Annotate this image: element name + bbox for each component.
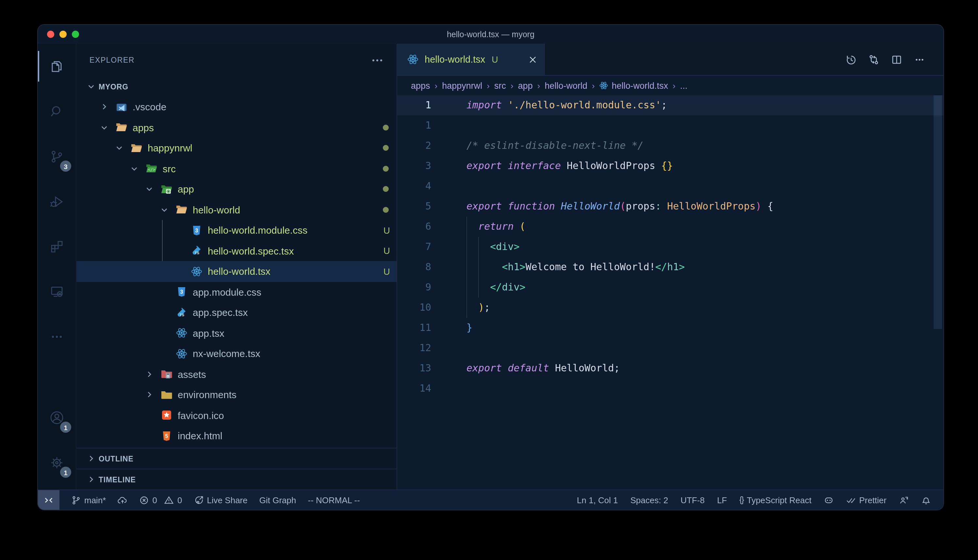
- local-history-icon[interactable]: [845, 54, 856, 65]
- settings-gear-icon[interactable]: 1: [38, 440, 76, 485]
- workspace-section-header[interactable]: MYORG: [77, 77, 396, 97]
- tree-item-favicon-ico[interactable]: favicon.ico: [77, 405, 396, 425]
- close-tab-icon[interactable]: [527, 54, 538, 65]
- tree-item-nx-welcome-tsx[interactable]: nx-welcome.tsx: [77, 343, 396, 364]
- explorer-icon[interactable]: [38, 44, 76, 89]
- cursor-position-status[interactable]: Ln 1, Col 1: [577, 495, 618, 505]
- chevron-right-icon: [85, 453, 96, 464]
- remote-explorer-icon[interactable]: [38, 269, 76, 314]
- outline-panel-header[interactable]: OUTLINE: [77, 448, 396, 468]
- timeline-panel-header[interactable]: TIMELINE: [77, 468, 396, 490]
- breadcrumb-item[interactable]: happynrwl: [442, 81, 482, 90]
- chevron-right-icon: [85, 474, 96, 485]
- indentation-status[interactable]: Spaces: 2: [630, 495, 668, 505]
- vscode-window: hello-world.tsx — myorg 3: [37, 24, 944, 510]
- more-actions-icon[interactable]: [914, 54, 925, 65]
- tree-item-hello-world-module-css[interactable]: 3 hello-world.module.css U: [77, 220, 396, 240]
- tree-item-src[interactable]: </> src: [77, 158, 396, 179]
- git-modified-dot: [383, 186, 389, 192]
- search-icon[interactable]: [38, 89, 76, 134]
- live-share-status[interactable]: Live Share: [194, 495, 247, 505]
- warning-icon: [164, 495, 174, 505]
- react-file-icon: [175, 327, 188, 339]
- favicon-file-icon: [160, 410, 173, 421]
- tree-item-environments[interactable]: environments: [77, 385, 396, 405]
- tree-item-apps[interactable]: apps: [77, 117, 396, 138]
- sync-status[interactable]: [118, 495, 128, 505]
- tree-item-index-html[interactable]: 5 index.html: [77, 425, 396, 446]
- breadcrumb-item[interactable]: ...: [680, 81, 688, 90]
- git-graph-status[interactable]: Git Graph: [259, 495, 296, 505]
- code-editor[interactable]: 1import './hello-world.module.css'; 1 2/…: [397, 95, 943, 490]
- code-line: 9 </div>: [397, 277, 943, 298]
- code-line: 1: [397, 115, 943, 136]
- more-views-icon[interactable]: [38, 314, 76, 359]
- tree-item-hello-world-tsx[interactable]: hello-world.tsx U: [77, 261, 396, 282]
- chevron-down-icon[interactable]: [129, 163, 139, 174]
- activity-bar: 3 1 1: [38, 44, 77, 490]
- source-control-icon[interactable]: 3: [38, 134, 76, 179]
- cloud-upload-icon: [118, 495, 128, 505]
- editor-scrollbar[interactable]: [934, 95, 942, 329]
- problems-status[interactable]: 0 0: [139, 495, 182, 505]
- svg-text:3: 3: [180, 290, 183, 295]
- folder-app-icon: [160, 183, 173, 195]
- editor-actions: [845, 44, 943, 75]
- git-modified-dot: [383, 207, 389, 213]
- remote-indicator-icon[interactable]: [38, 490, 59, 510]
- encoding-status[interactable]: UTF-8: [680, 495, 705, 505]
- tree-item-app-spec-tsx[interactable]: TS app.spec.tsx: [77, 302, 396, 323]
- close-window-button[interactable]: [47, 31, 54, 38]
- code-line: 13export default HelloWorld;: [397, 358, 943, 378]
- run-debug-icon[interactable]: [38, 179, 76, 224]
- sidebar-title: EXPLORER: [90, 56, 135, 64]
- git-branch-status[interactable]: main*: [71, 495, 106, 505]
- tab-git-status: U: [492, 55, 498, 64]
- extensions-icon[interactable]: [38, 224, 76, 269]
- prettier-status[interactable]: Prettier: [846, 495, 886, 505]
- breadcrumb-item[interactable]: apps: [411, 81, 430, 90]
- language-mode-status[interactable]: {} TypeScript React: [739, 495, 811, 505]
- tree-item-app[interactable]: app: [77, 179, 396, 199]
- tree-item-hello-world-spec-tsx[interactable]: TS hello-world.spec.tsx U: [77, 240, 396, 261]
- chevron-down-icon[interactable]: [144, 184, 154, 195]
- workspace-name: MYORG: [99, 83, 129, 90]
- chevron-right-icon[interactable]: [144, 369, 154, 380]
- breadcrumb-item[interactable]: hello-world: [545, 81, 587, 90]
- minimize-window-button[interactable]: [59, 31, 67, 38]
- tree-item-hello-world[interactable]: hello-world: [77, 199, 396, 220]
- eol-status[interactable]: LF: [717, 495, 727, 505]
- test-file-icon: TS: [190, 245, 203, 257]
- accounts-icon[interactable]: 1: [38, 395, 76, 440]
- vim-mode-status[interactable]: -- NORMAL --: [308, 495, 359, 505]
- notifications-bell-icon[interactable]: [921, 495, 931, 505]
- chevron-right-icon[interactable]: [99, 102, 109, 112]
- tree-item-app-module-css[interactable]: 3 app.module.css: [77, 282, 396, 302]
- code-line: 14: [397, 378, 943, 399]
- chevron-down-icon[interactable]: [114, 143, 124, 153]
- chevron-down-icon[interactable]: [159, 205, 169, 215]
- feedback-icon[interactable]: [899, 495, 909, 505]
- split-editor-icon[interactable]: [891, 54, 902, 65]
- explorer-more-actions-icon[interactable]: [373, 59, 382, 61]
- code-line: 6 return (: [397, 217, 943, 237]
- copilot-status-icon[interactable]: [824, 495, 834, 505]
- tree-item-app-tsx[interactable]: app.tsx: [77, 323, 396, 343]
- git-modified-dot: [383, 145, 389, 151]
- folder-open-icon: [175, 204, 188, 216]
- chevron-right-icon[interactable]: [144, 390, 154, 400]
- tree-item-happynrwl[interactable]: happynrwl: [77, 138, 396, 158]
- tab-hello-world-tsx[interactable]: hello-world.tsx U: [397, 44, 545, 75]
- chevron-down-icon[interactable]: [99, 122, 109, 133]
- title-bar: hello-world.tsx — myorg: [38, 25, 943, 44]
- breadcrumb-item[interactable]: app: [518, 81, 533, 90]
- tree-item-assets[interactable]: assets: [77, 364, 396, 385]
- zoom-window-button[interactable]: [72, 31, 79, 38]
- open-changes-icon[interactable]: [868, 54, 879, 65]
- explorer-sidebar: EXPLORER MYORG .vscode apps: [77, 44, 397, 490]
- breadcrumb-item-file[interactable]: hello-world.tsx: [599, 81, 668, 90]
- breadcrumb-item[interactable]: src: [494, 81, 506, 90]
- tab-label: hello-world.tsx: [425, 54, 485, 65]
- svg-text:TS: TS: [180, 313, 184, 317]
- tree-item-vscode[interactable]: .vscode: [77, 97, 396, 117]
